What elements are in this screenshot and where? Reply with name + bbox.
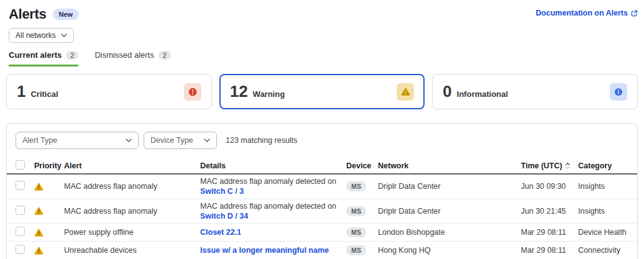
alert-category: Connectivity [578,246,628,255]
row-checkbox[interactable] [16,245,25,254]
informational-label: Informational [457,89,508,99]
table-row: Unreachable devices Issue w/ a longer me… [7,242,637,259]
network-name: Driplr Data Center [378,182,521,191]
network-name: Hong Kong HQ [378,246,521,255]
device-badge: MS [346,245,366,255]
sort-arrows-icon [565,163,570,169]
col-priority[interactable]: Priority [34,161,64,170]
tab-current-alerts-count: 2 [66,51,78,60]
critical-card[interactable]: 1 Critical [6,74,212,109]
alert-name: MAC address flap anomaly [64,207,200,216]
warning-count: 12 [230,82,248,101]
alert-time: Mar 29 08:11 [521,246,578,255]
alerts-table-panel: Alert Type Device Type 123 matching resu… [6,123,638,259]
info-circle-icon [610,83,627,101]
warning-card[interactable]: 12 Warning [219,74,425,109]
col-time-label: Time (UTC) [521,161,562,170]
col-alert[interactable]: Alert [64,161,200,170]
alert-name: Power supply offline [64,228,200,237]
alert-time: Jun 30 21:45 [521,207,578,216]
chevron-down-icon [204,139,210,142]
network-name: London Bishopgate [378,228,521,237]
informational-card[interactable]: 0 Informational [432,74,638,109]
row-checkbox[interactable] [16,227,25,236]
details-text: MAC address flap anomaly detected on [200,201,346,211]
details-text: MAC address flap anomaly detected on [200,176,346,186]
alert-category: Insights [578,182,628,191]
select-all-checkbox[interactable] [16,160,25,170]
tab-current-alerts-label: Current alerts [9,50,62,60]
device-type-select[interactable]: Device Type [144,132,217,149]
tab-dismissed-alerts-label: Dismissed alerts [94,50,154,60]
details-link[interactable]: Switch D / 34 [200,211,248,221]
tab-dismissed-alerts[interactable]: Dismissed alerts 2 [94,50,170,66]
informational-count: 0 [443,82,451,101]
tab-dismissed-alerts-count: 2 [159,51,171,60]
chevron-down-icon [61,34,67,37]
row-checkbox[interactable] [16,181,25,190]
device-badge: MS [346,181,366,191]
critical-octagon-icon [184,83,201,101]
matching-results-text: 123 matching results [226,136,297,145]
new-badge: New [53,9,80,20]
network-name: Driplr Data Center [378,207,521,216]
critical-count: 1 [17,82,25,101]
documentation-link-label: Documentation on Alerts [536,9,628,17]
row-checkbox[interactable] [16,206,25,215]
warning-triangle-icon [34,207,64,215]
alert-name: MAC address flap anomaly [64,182,200,191]
alert-type-select[interactable]: Alert Type [16,132,139,149]
table-row: MAC address flap anomaly MAC address fla… [7,199,637,224]
warning-label: Warning [253,89,285,99]
page-title: Alerts [9,6,47,22]
alert-time: Mar 29 08:11 [521,228,578,237]
col-time[interactable]: Time (UTC) [521,161,578,170]
alerts-tabs: Current alerts 2 Dismissed alerts 2 [9,50,644,66]
critical-label: Critical [30,89,58,99]
filter-row: Alert Type Device Type 123 matching resu… [7,124,637,157]
network-selector[interactable]: All networks [9,28,74,43]
col-device[interactable]: Device [346,161,378,170]
network-selector-label: All networks [16,31,56,40]
table-row: Power supply offline Closet 22.1 MS Lond… [7,224,637,242]
table-header: Priority Alert Details Device Network Ti… [7,158,637,175]
alert-type-select-label: Alert Type [22,136,57,145]
tab-current-alerts[interactable]: Current alerts 2 [9,50,78,66]
alert-category: Insights [578,207,628,216]
details-link[interactable]: Switch C / 3 [200,186,244,196]
warning-triangle-icon [34,229,64,237]
device-badge: MS [346,206,366,216]
device-badge: MS [346,227,366,237]
summary-cards: 1 Critical 12 Warning 0 Informational [6,74,638,109]
table-row: MAC address flap anomaly MAC address fla… [7,175,637,199]
warning-triangle-icon [34,183,64,191]
alert-name: Unreachable devices [64,246,200,255]
warning-triangle-icon [397,83,414,101]
details-link[interactable]: Closet 22.1 [200,227,241,237]
alert-category: Device Health [578,228,628,237]
documentation-link[interactable]: Documentation on Alerts [536,9,638,17]
page-header: Alerts New Documentation on Alerts [0,0,644,22]
alert-time: Jun 30 09:30 [521,182,578,191]
col-network[interactable]: Network [378,161,521,170]
col-category[interactable]: Category [578,161,628,170]
device-type-select-label: Device Type [150,136,193,145]
chevron-down-icon [126,139,132,142]
external-link-icon [631,10,638,17]
col-details[interactable]: Details [200,161,346,170]
details-link[interactable]: Issue w/ a longer meaningful name [200,245,329,255]
warning-triangle-icon [34,247,64,255]
